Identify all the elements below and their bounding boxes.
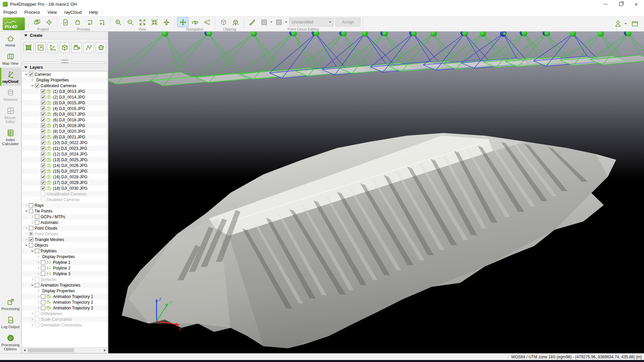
scrollbar-thumb[interactable]: [28, 348, 74, 352]
tree-row[interactable]: (16) DJI_0028.JPG: [22, 174, 107, 180]
close-button[interactable]: ×: [629, 0, 644, 8]
layer-checkbox[interactable]: [41, 260, 45, 264]
expander-open[interactable]: [24, 243, 29, 248]
tree-row[interactable]: Disabled Cameras: [22, 197, 107, 202]
tree-row[interactable]: (9) DJI_0021.JPG: [22, 134, 107, 140]
create-scale-constraint-button[interactable]: [36, 42, 46, 53]
layer-checkbox[interactable]: [41, 272, 45, 276]
assign-button[interactable]: Assign: [335, 18, 360, 26]
tree-row[interactable]: Display Properties: [22, 254, 107, 259]
dropdown-caret-icon[interactable]: [285, 21, 287, 23]
panel-splitter[interactable]: [21, 59, 108, 63]
layer-checkbox[interactable]: [41, 192, 45, 196]
expander-open[interactable]: [30, 249, 35, 253]
layer-checkbox[interactable]: [41, 180, 45, 185]
layer-checkbox[interactable]: [41, 306, 45, 310]
layers-panel-header[interactable]: Layers: [21, 63, 108, 71]
sidebar-item-raycloud[interactable]: rayCloud: [0, 68, 21, 86]
layer-checkbox[interactable]: [41, 101, 45, 105]
tree-row[interactable]: Automatic: [22, 220, 107, 225]
layer-checkbox[interactable]: [41, 175, 45, 179]
layer-checkbox[interactable]: [41, 300, 45, 304]
scroll-right-button[interactable]: [102, 348, 107, 353]
layer-checkbox[interactable]: [29, 232, 33, 236]
expander-closed[interactable]: [24, 226, 29, 231]
sidebar-item-processing-options[interactable]: Processing Options: [0, 331, 21, 353]
focus-selection-button[interactable]: [149, 17, 160, 27]
expander-closed[interactable]: [30, 317, 35, 322]
tree-row[interactable]: (18) DJI_0030.JPG: [22, 185, 107, 191]
tree-row[interactable]: Point Groups: [22, 231, 107, 237]
create-orientation-constraint-button[interactable]: [48, 42, 58, 53]
zoom-in-button[interactable]: [112, 17, 124, 27]
layer-checkbox[interactable]: [35, 220, 39, 225]
tree-row[interactable]: Animation Trajectories: [22, 282, 107, 288]
layer-checkbox[interactable]: [41, 112, 45, 116]
clipping-box-button[interactable]: [218, 17, 229, 27]
layer-checkbox[interactable]: [29, 237, 33, 242]
tree-row[interactable]: (2) DJI_0014.JPG: [22, 94, 107, 100]
create-polyline-button[interactable]: [84, 42, 94, 53]
processing-steps-button[interactable]: [60, 17, 71, 27]
expander-closed[interactable]: [24, 232, 29, 236]
camera-view-button[interactable]: [201, 17, 213, 27]
tree-row[interactable]: (14) DJI_0026.JPG: [22, 163, 107, 168]
layer-checkbox[interactable]: [35, 283, 39, 287]
layer-checkbox[interactable]: [41, 129, 45, 133]
tree-row[interactable]: (3) DJI_0015.JPG: [22, 100, 107, 106]
layer-checkbox[interactable]: [29, 203, 33, 207]
tree-row[interactable]: Orientation Constraints: [22, 322, 107, 328]
create-volume-button[interactable]: [60, 42, 70, 53]
reprocess-button[interactable]: [84, 17, 95, 27]
dropdown-caret-icon[interactable]: [270, 21, 272, 23]
layer-checkbox[interactable]: [41, 135, 45, 139]
menu-item-view[interactable]: View: [44, 9, 60, 16]
gcp-manager-button[interactable]: [43, 17, 55, 27]
class-select[interactable]: Unclassified: [289, 18, 333, 26]
menu-item-raycloud[interactable]: rayCloud: [60, 9, 85, 16]
edit-point-cloud-button[interactable]: [246, 17, 258, 27]
layer-checkbox[interactable]: [41, 294, 45, 299]
tree-row[interactable]: Triangle Meshes: [22, 237, 107, 242]
edit-clipping-box-button[interactable]: [230, 17, 241, 27]
sidebar-item-home[interactable]: Home: [0, 32, 21, 50]
layer-checkbox[interactable]: [35, 83, 39, 88]
tree-row[interactable]: Display Properties: [22, 288, 107, 294]
tree-row[interactable]: Tie Points: [22, 208, 107, 214]
layer-checkbox[interactable]: [35, 311, 39, 316]
orbit-tool-button[interactable]: [189, 17, 201, 27]
tree-row[interactable]: Surfaces: [22, 277, 107, 282]
menu-item-project[interactable]: Project: [0, 9, 20, 16]
tree-row[interactable]: (17) DJI_0029.JPG: [22, 180, 107, 185]
layer-checkbox[interactable]: [41, 146, 45, 150]
create-surface-button[interactable]: [96, 42, 106, 53]
expander-closed[interactable]: [36, 266, 41, 270]
expander-closed[interactable]: [36, 260, 41, 265]
expander-closed[interactable]: [36, 306, 41, 310]
expander-closed[interactable]: [36, 294, 41, 299]
expander-closed[interactable]: [30, 323, 35, 327]
layer-checkbox[interactable]: [35, 317, 39, 321]
layer-checkbox[interactable]: [35, 249, 39, 253]
tree-row[interactable]: Point Clouds: [22, 225, 107, 231]
tree-row[interactable]: (8) DJI_0020.JPG: [22, 128, 107, 134]
layer-checkbox[interactable]: [29, 243, 33, 247]
zoom-out-button[interactable]: [124, 17, 136, 27]
expander-open[interactable]: [30, 83, 35, 88]
sidebar-item-processing[interactable]: Processing: [0, 295, 21, 313]
layer-checkbox[interactable]: [41, 266, 45, 270]
zoom-extents-button[interactable]: [137, 17, 148, 27]
tree-row[interactable]: (4) DJI_0016.JPG: [22, 106, 107, 111]
layer-checkbox[interactable]: [29, 226, 33, 230]
open-results-button[interactable]: [72, 17, 83, 27]
layer-checkbox[interactable]: [41, 186, 45, 190]
tree-row[interactable]: (10) DJI_0022.JPG: [22, 140, 107, 145]
project-images-button[interactable]: [31, 17, 43, 27]
restore-button[interactable]: [613, 0, 629, 8]
tree-row[interactable]: Animation Trajectory 3: [22, 305, 107, 311]
layer-checkbox[interactable]: [35, 323, 39, 327]
selection-brush-button[interactable]: [273, 17, 284, 27]
reoptimize-button[interactable]: [96, 17, 107, 27]
selection-mode-button[interactable]: [258, 17, 270, 27]
user-account-button[interactable]: [612, 19, 624, 29]
